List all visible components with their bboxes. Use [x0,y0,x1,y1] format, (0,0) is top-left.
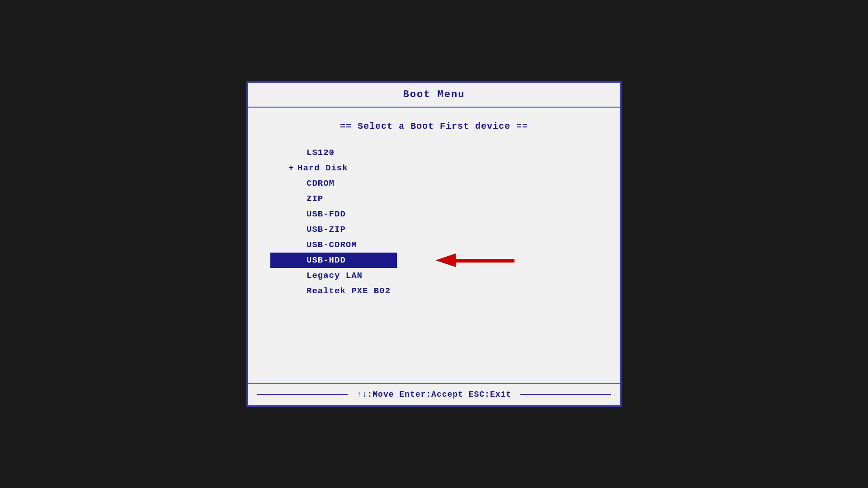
boot-item[interactable]: Realtek PXE B02 [270,283,598,299]
bios-window: Boot Menu == Select a Boot First device … [246,81,622,407]
svg-rect-0 [456,259,514,263]
boot-item[interactable]: USB-ZIP [270,222,598,237]
footer: ↑↓:Move Enter:Accept ESC:Exit [248,383,620,405]
subtitle: == Select a Boot First device == [270,121,598,131]
boot-item[interactable]: CDROM [270,176,598,191]
boot-item[interactable]: USB-CDROM [270,237,598,253]
svg-marker-1 [435,253,456,267]
boot-item[interactable]: Hard Disk [270,160,598,176]
bios-content: == Select a Boot First device == LS120Ha… [248,108,620,383]
selected-row-wrapper: USB-HDD [270,253,598,268]
arrow-indicator [433,251,514,269]
boot-item[interactable]: USB-FDD [270,206,598,222]
title-bar: Boot Menu [248,83,620,108]
boot-item[interactable]: ZIP [270,191,598,206]
boot-item[interactable]: LS120 [270,145,598,160]
footer-line-right [520,394,611,395]
footer-line-left [257,394,348,395]
boot-item-selected[interactable]: USB-HDD [270,253,397,268]
boot-item[interactable]: Legacy LAN [270,268,598,283]
boot-list: LS120Hard DiskCDROMZIPUSB-FDDUSB-ZIPUSB-… [270,145,598,299]
window-title: Boot Menu [403,89,465,100]
footer-text: ↑↓:Move Enter:Accept ESC:Exit [348,390,520,399]
